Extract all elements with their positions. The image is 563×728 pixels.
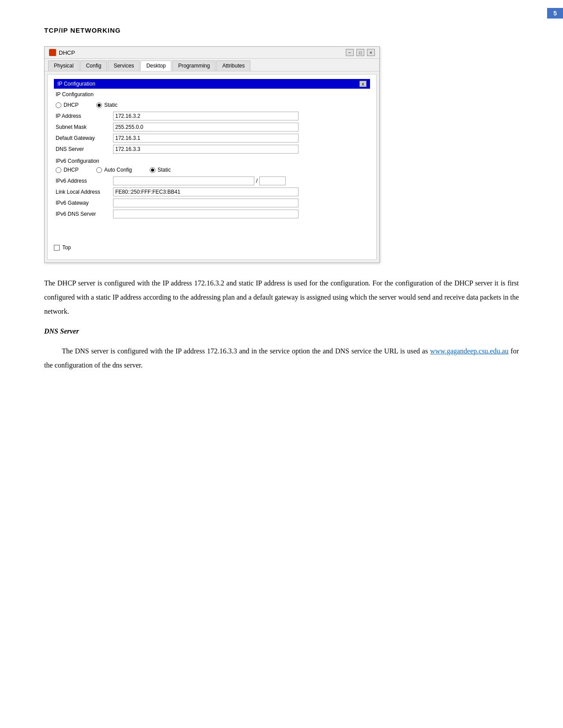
dhcp-radio-label: DHCP: [64, 102, 79, 108]
subnet-mask-row: Subnet Mask: [56, 123, 368, 131]
window-title-left: DHCP: [49, 49, 75, 56]
ip-address-input[interactable]: [113, 112, 299, 120]
window-title-text: DHCP: [59, 49, 75, 56]
ipv6-dns-label: IPv6 DNS Server: [56, 211, 113, 217]
link-local-row: Link Local Address: [56, 188, 368, 196]
ipv6-autoconfig-radio-item[interactable]: Auto Config: [96, 167, 132, 173]
ipv6-autoconfig-label: Auto Config: [104, 167, 132, 173]
dns-paragraph: The DNS server is configured with the IP…: [44, 344, 519, 372]
tab-desktop[interactable]: Desktop: [140, 60, 171, 71]
ip-config-header-label: IP Configuration: [57, 81, 95, 87]
ipv6-static-radio-item[interactable]: Static: [150, 167, 171, 173]
top-checkbox[interactable]: [54, 245, 60, 251]
ipv6-section-title: IPv6 Configuration: [56, 158, 368, 164]
top-checkbox-label: Top: [62, 244, 71, 251]
ipv6-dhcp-radio[interactable]: [56, 167, 61, 173]
ip-address-row: IP Address: [56, 112, 368, 120]
indent-spacer: [44, 344, 62, 358]
tab-programming[interactable]: Programming: [172, 60, 215, 71]
ip-config-header: IP Configuration x: [54, 79, 370, 89]
tabs-bar: Physical Config Services Desktop Program…: [45, 59, 379, 71]
ipv6-autoconfig-radio[interactable]: [96, 167, 102, 173]
dns-server-row: DNS Server: [56, 145, 368, 154]
ipv6-address-input[interactable]: [113, 176, 254, 185]
tab-config[interactable]: Config: [80, 60, 107, 71]
page-title: TCP/IP NETWORKING: [44, 26, 519, 34]
panel-content: IP Configuration x IP Configuration DHCP…: [47, 74, 377, 260]
ipv6-dns-row: IPv6 DNS Server: [56, 210, 368, 218]
ip-address-label: IP Address: [56, 113, 113, 119]
ip-radio-row: DHCP Static: [56, 102, 368, 108]
ipv6-address-row: IPv6 Address /: [56, 176, 368, 185]
close-button[interactable]: ×: [367, 49, 375, 56]
tab-physical[interactable]: Physical: [48, 60, 79, 71]
ipv6-static-radio[interactable]: [150, 167, 155, 173]
ipv6-prefix-input[interactable]: [259, 176, 286, 185]
default-gateway-label: Default Gateway: [56, 135, 113, 141]
dns-heading: DNS Server: [44, 327, 519, 335]
dns-server-label: DNS Server: [56, 146, 113, 152]
dhcp-radio[interactable]: [56, 102, 61, 108]
tab-services[interactable]: Services: [108, 60, 140, 71]
window-app-icon: [49, 49, 56, 56]
ipv6-gateway-label: IPv6 Gateway: [56, 200, 113, 206]
static-radio-item[interactable]: Static: [96, 102, 117, 108]
ipv6-address-label: IPv6 Address: [56, 178, 113, 184]
dhcp-radio-item[interactable]: DHCP: [56, 102, 79, 108]
dns-server-input[interactable]: [113, 145, 299, 154]
ipv6-dhcp-radio-item[interactable]: DHCP: [56, 167, 79, 173]
top-checkbox-row: Top: [54, 244, 370, 251]
window-controls: − □ ×: [346, 49, 375, 56]
window-titlebar: DHCP − □ ×: [45, 47, 379, 59]
ipv6-static-label: Static: [158, 167, 171, 173]
ip-form-section: DHCP Static IP Address Subnet Mask: [54, 102, 370, 218]
ipv6-radio-row: DHCP Auto Config Static: [56, 167, 368, 173]
dns-link[interactable]: www.gagandeep.csu.edu.au: [430, 347, 509, 355]
spacer: [54, 221, 370, 238]
ipv6-slash: /: [256, 178, 257, 184]
default-gateway-input[interactable]: [113, 134, 299, 143]
link-local-label: Link Local Address: [56, 189, 113, 195]
default-gateway-row: Default Gateway: [56, 134, 368, 143]
maximize-button[interactable]: □: [356, 49, 364, 56]
tab-attributes[interactable]: Attributes: [216, 60, 250, 71]
ip-config-subtitle: IP Configuration: [56, 91, 370, 98]
link-local-input[interactable]: [113, 188, 299, 196]
subnet-mask-input[interactable]: [113, 123, 299, 131]
dhcp-window: DHCP − □ × Physical Config Services Desk…: [44, 46, 380, 263]
subnet-mask-label: Subnet Mask: [56, 124, 113, 130]
body-paragraph-1: The DHCP server is configured with the I…: [44, 276, 519, 319]
ipv6-gateway-row: IPv6 Gateway: [56, 199, 368, 207]
static-radio[interactable]: [96, 102, 102, 108]
page-number: 5: [547, 8, 563, 19]
ipv6-dhcp-label: DHCP: [64, 167, 79, 173]
minimize-button[interactable]: −: [346, 49, 354, 56]
ip-config-close-button[interactable]: x: [359, 81, 367, 87]
ipv6-dns-input[interactable]: [113, 210, 299, 218]
ipv6-gateway-input[interactable]: [113, 199, 299, 207]
dns-text-before-link: The DNS server is configured with the IP…: [62, 347, 430, 355]
static-radio-label: Static: [104, 102, 117, 108]
